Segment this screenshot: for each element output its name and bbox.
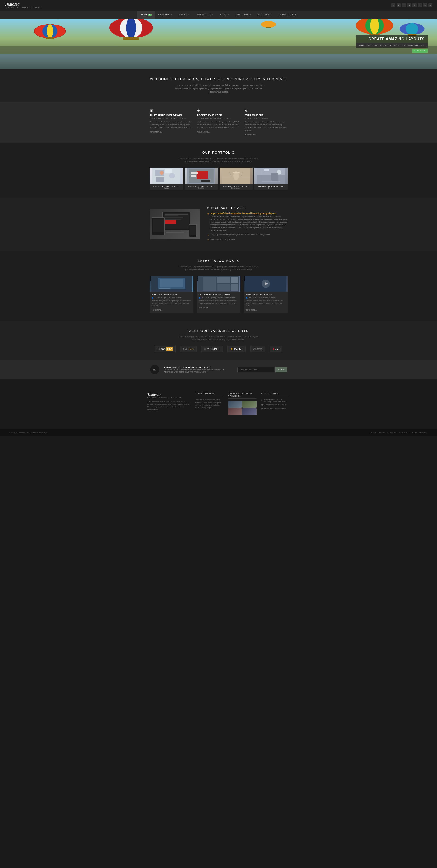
feature-code-readmore[interactable]: READ MORE... — [197, 131, 210, 133]
feature-icons-readmore[interactable]: READ MORE... — [245, 134, 257, 136]
email-icon: ✉ — [261, 408, 263, 410]
blog-author-1: Admin — [155, 297, 160, 298]
social-feed[interactable]: ⊕ — [428, 3, 432, 7]
nav-features[interactable]: FEATURES ▼ — [233, 11, 255, 19]
portfolio-item-title-1: PORTFOLIO PROJECT TITLE — [151, 185, 182, 187]
feature-code-title: ROCKET SOLID CODE — [197, 114, 240, 117]
newsletter-text: SUBSCRIBE TO OUR NEWSLETTER FEED WANT TO… — [164, 366, 233, 373]
svg-rect-22 — [165, 169, 172, 174]
newsletter-section: ✉ SUBSCRIBE TO OUR NEWSLETTER FEED WANT … — [0, 361, 437, 379]
nav-portfolio[interactable]: PORTFOLIO ▼ — [193, 11, 217, 19]
blog-content-1: BLOG POST WITH IMAGE 👤 Admin 🏷 photo, st… — [150, 292, 193, 313]
portfolio-item-cat-2: Graphics — [186, 187, 217, 189]
feature-icons-sub: REALLY WIDE CHOICE — [245, 117, 287, 119]
blog-excerpt-3: Curabitur eleifend lacus vitae dolor sit… — [246, 300, 286, 307]
blog-desc: Thalassa offers multiple layouts and way… — [179, 265, 259, 271]
nav-contact[interactable]: CONTACT ✕ — [255, 11, 276, 19]
nav-coming-soon[interactable]: COMING SOON — [276, 11, 300, 19]
svg-point-25 — [160, 171, 163, 175]
blog-post-title-1: BLOG POST WITH IMAGE — [152, 293, 191, 296]
svg-rect-44 — [264, 169, 269, 171]
svg-rect-53 — [165, 220, 176, 224]
footer-portfolio-thumb-2[interactable] — [243, 401, 256, 408]
blog-item-2[interactable]: 05 05 GALLERY BLOG POST FORMAT 👤 Admin — [197, 276, 241, 313]
client-cleanbiz[interactable]: Clean BIZ — [155, 346, 176, 352]
nav-pages[interactable]: PAGES ▼ — [176, 11, 193, 19]
social-facebook[interactable]: f — [402, 3, 406, 7]
newsletter-send-button[interactable]: SEND — [275, 367, 287, 372]
why-point-3: ☆ Business and creative layouts — [207, 238, 287, 241]
portfolio-item-2[interactable]: PORTFOLIO PROJECT TITLE Graphics — [185, 168, 218, 190]
blog-thumb-1: 07 05 — [150, 276, 193, 292]
blog-readmore-3[interactable]: READ MORE... — [246, 309, 257, 311]
portfolio-item-3[interactable]: PORTFOLIO PROJECT TITLE Photography — [220, 168, 253, 190]
blog-item-3[interactable]: 25 04 VIMEO VIDEO BLOG POST 👤 Admin 🏷 vi… — [244, 276, 287, 313]
blog-tag-icon-2: 🏷 — [208, 297, 210, 298]
svg-point-5 — [47, 24, 53, 38]
portfolio-caption-1: PORTFOLIO PROJECT TITLE Design — [150, 184, 183, 190]
footer-nav-contact[interactable]: CONTACT — [419, 431, 428, 433]
footer-nav-services[interactable]: SERVICES — [387, 431, 396, 433]
blog-author-icon-2: 👤 — [199, 297, 201, 298]
footer-logo-sub: EXTENSIVE HTML5 TEMPLATE — [148, 397, 190, 398]
blog-author-2: Admin — [202, 297, 207, 298]
footer-nav-about[interactable]: ABOUT — [379, 431, 385, 433]
social-twitter[interactable]: t — [391, 3, 396, 7]
social-googleplus[interactable]: g — [407, 3, 411, 7]
svg-rect-55 — [153, 219, 164, 232]
footer-portfolio-thumb-1[interactable] — [228, 401, 242, 408]
nav-pages-arrow: ▼ — [188, 13, 190, 16]
cleanbiz-clean-text: Clean — [158, 347, 165, 351]
client-whisper[interactable]: ◉ WHISPER — [201, 346, 223, 352]
clients-title: MEET OUR VALUABLE CLIENTS — [9, 329, 428, 333]
portfolio-image-1 — [150, 168, 183, 184]
footer-copyright: Copyright Thalassa 2013. All Rights Rese… — [9, 431, 47, 433]
portfolio-item-1[interactable]: PORTFOLIO PROJECT TITLE Design — [150, 168, 183, 190]
portfolio-item-4[interactable]: PORTFOLIO PROJECT TITLE Design — [254, 168, 287, 190]
footer-nav-portfolio[interactable]: PORTFOLIO — [399, 431, 409, 433]
newsletter-form: SEND — [238, 367, 287, 372]
blog-image-1 — [150, 276, 193, 292]
nav-blog-arrow: ▼ — [227, 13, 230, 16]
svg-rect-65 — [202, 277, 216, 290]
portfolio-thumb-1 — [150, 168, 183, 184]
nav-features-arrow: ▼ — [249, 13, 252, 16]
blog-tags-3: video, standard, modern — [258, 297, 276, 298]
blog-readmore-1[interactable]: READ MORE... — [152, 309, 163, 311]
svg-rect-62 — [160, 279, 183, 287]
social-vimeo[interactable]: v — [412, 3, 416, 7]
hero-cta-button[interactable]: OUR THEME — [412, 49, 428, 53]
client-pocket[interactable]: ⚡ Pocket — [227, 346, 246, 352]
client-moderna[interactable]: Moderna — [250, 346, 265, 352]
footer-portfolio-thumb-3[interactable] — [228, 408, 242, 415]
nav-home[interactable]: HOME ▼ — [137, 11, 155, 19]
client-alexx[interactable]: Alexx — [270, 346, 282, 352]
portfolio-section: OUR PORTFOLIO Thalassa offers multiple l… — [0, 143, 437, 198]
feature-code-icon: ✈ — [197, 108, 240, 113]
blog-tags-1: photo, standard, models — [164, 297, 182, 298]
social-linkedin[interactable]: in — [397, 3, 401, 7]
footer-nav-home[interactable]: HOME — [371, 431, 376, 433]
svg-rect-49 — [165, 214, 188, 215]
svg-rect-6 — [46, 37, 54, 39]
feature-responsive-readmore[interactable]: READ MORE... — [150, 131, 162, 133]
blog-author-icon-1: 👤 — [152, 297, 154, 298]
client-metropolis[interactable]: MetroPolis — [180, 346, 196, 352]
footer-tweets-col: LATEST TWEETS Thalassa is extremely powe… — [195, 393, 223, 415]
footer-portfolio-col: LATEST PORTFOLIO PROJECTS — [228, 393, 256, 415]
nav-blog[interactable]: BLOG ▼ — [217, 11, 233, 19]
social-rss[interactable]: r — [418, 3, 422, 7]
features-section: ▣ FULLY RESPONSIVE DESIGN LOOKS AWESOME … — [0, 101, 437, 143]
blog-meta-3: 👤 Admin 🏷 video, standard, modern — [246, 297, 286, 299]
newsletter-email-input[interactable] — [238, 367, 274, 372]
footer-nav-blog[interactable]: BLOG — [412, 431, 417, 433]
social-email[interactable]: ✉ — [423, 3, 427, 7]
svg-rect-47 — [169, 230, 181, 232]
blog-readmore-2[interactable]: READ MORE... — [199, 307, 210, 308]
nav-headers[interactable]: HEADERS ▼ — [155, 11, 176, 19]
svg-rect-30 — [191, 175, 196, 177]
portfolio-item-title-2: PORTFOLIO PROJECT TITLE — [186, 185, 217, 187]
footer-portfolio-thumb-4[interactable] — [243, 408, 256, 415]
footer-phone-text: Telephone: +00 1/23 4675 — [265, 404, 286, 406]
blog-item-1[interactable]: 07 05 BLOG POST WITH IMAGE 👤 Admin 🏷 pho… — [150, 276, 193, 313]
